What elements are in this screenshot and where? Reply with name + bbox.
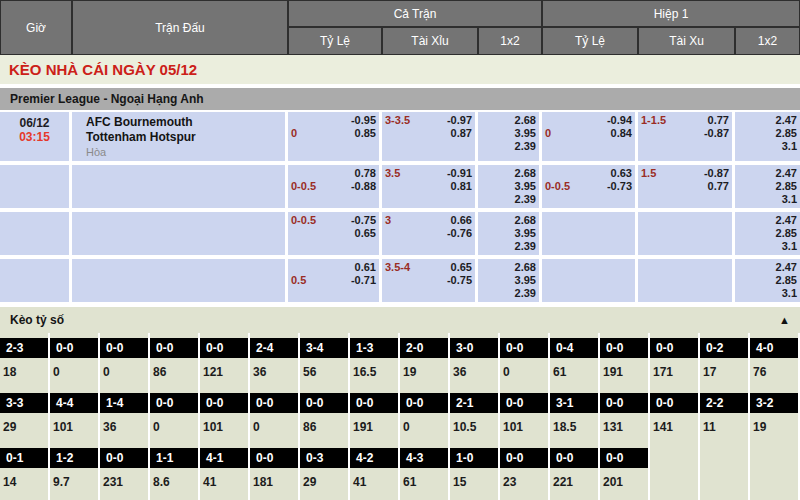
score-odd-value[interactable]: 16.5: [350, 358, 400, 388]
score-cell[interactable]: 0-0: [150, 333, 200, 358]
ft-handicap-cell[interactable]: 0.780-0.5-0.88: [288, 165, 382, 212]
h1-handicap-cell[interactable]: 0.630-0.5-0.73: [542, 165, 638, 212]
score-odd-value[interactable]: 86: [300, 413, 350, 443]
score-cell[interactable]: 0-0: [550, 443, 600, 468]
score-cell[interactable]: 1-0: [450, 443, 500, 468]
score-odd-value[interactable]: 8.6: [150, 468, 200, 498]
h1-overunder-cell[interactable]: 1.5-0.870.77: [638, 165, 735, 212]
score-odd-value[interactable]: 15: [450, 468, 500, 498]
score-cell[interactable]: 0-0: [600, 333, 650, 358]
ft-overunder-cell[interactable]: 3.5-40.65-0.75: [382, 259, 478, 306]
score-odd-value[interactable]: 101: [500, 413, 550, 443]
score-odd-value[interactable]: 36: [250, 358, 300, 388]
score-cell[interactable]: 4-2: [350, 443, 400, 468]
score-odd-value[interactable]: 141: [650, 413, 700, 443]
ft-handicap-cell[interactable]: 0-0.5-0.750.65: [288, 212, 382, 259]
score-odd-value[interactable]: 17: [700, 358, 750, 388]
ft-overunder-cell[interactable]: 3.5-0.910.81: [382, 165, 478, 212]
score-cell[interactable]: 1-1: [150, 443, 200, 468]
ft-1x2-cell[interactable]: 2.683.952.39: [478, 165, 542, 212]
score-odd-value[interactable]: 191: [350, 413, 400, 443]
score-cell[interactable]: 4-4: [50, 388, 100, 413]
score-cell[interactable]: 1-3: [350, 333, 400, 358]
score-odd-value[interactable]: 36: [100, 413, 150, 443]
score-cell[interactable]: 2-3: [0, 333, 50, 358]
h1-overunder-cell[interactable]: [638, 259, 735, 306]
score-cell[interactable]: 3-2: [750, 388, 800, 413]
score-cell[interactable]: 0-0: [600, 443, 650, 468]
score-odd-value[interactable]: 0: [400, 413, 450, 443]
ft-overunder-cell[interactable]: 3-3.5-0.970.87: [382, 112, 478, 165]
h1-1x2-cell[interactable]: 2.472.853.1: [735, 112, 800, 165]
score-odd-value[interactable]: 131: [600, 413, 650, 443]
h1-handicap-cell[interactable]: [542, 259, 638, 306]
score-odd-value[interactable]: 9.7: [50, 468, 100, 498]
score-cell[interactable]: 0-0: [100, 443, 150, 468]
score-cell[interactable]: 0-0: [600, 388, 650, 413]
collapse-triangle-icon[interactable]: ▲: [779, 314, 790, 326]
score-odd-value[interactable]: 29: [0, 413, 50, 443]
score-odd-value[interactable]: 0: [150, 413, 200, 443]
score-odd-value[interactable]: 101: [200, 413, 250, 443]
score-cell[interactable]: 1-2: [50, 443, 100, 468]
ft-1x2-cell[interactable]: 2.683.952.39: [478, 212, 542, 259]
score-odd-value[interactable]: 19: [400, 358, 450, 388]
score-cell[interactable]: 3-0: [450, 333, 500, 358]
score-cell[interactable]: 0-0: [400, 388, 450, 413]
score-cell[interactable]: 4-3: [400, 443, 450, 468]
ft-overunder-cell[interactable]: 30.66-0.76: [382, 212, 478, 259]
score-odd-value[interactable]: 171: [650, 358, 700, 388]
score-cell[interactable]: 0-2: [700, 333, 750, 358]
score-cell[interactable]: 0-0: [500, 443, 550, 468]
h1-overunder-cell[interactable]: [638, 212, 735, 259]
h1-handicap-cell[interactable]: [542, 212, 638, 259]
score-cell[interactable]: 0-0: [250, 443, 300, 468]
score-cell[interactable]: 0-1: [0, 443, 50, 468]
score-cell[interactable]: 4-1: [200, 443, 250, 468]
score-odd-value[interactable]: 191: [600, 358, 650, 388]
score-odd-value[interactable]: 61: [400, 468, 450, 498]
score-cell[interactable]: 2-0: [400, 333, 450, 358]
score-cell[interactable]: 0-0: [650, 388, 700, 413]
ft-1x2-cell[interactable]: 2.683.952.39: [478, 259, 542, 306]
score-odd-value[interactable]: 221: [550, 468, 600, 498]
score-cell[interactable]: 0-0: [650, 333, 700, 358]
score-odd-value[interactable]: 19: [750, 413, 800, 443]
score-cell[interactable]: 0-0: [350, 388, 400, 413]
h1-overunder-cell[interactable]: 1-1.50.77-0.87: [638, 112, 735, 165]
score-odd-value[interactable]: 41: [350, 468, 400, 498]
score-odd-value[interactable]: 11: [700, 413, 750, 443]
score-cell[interactable]: 0-0: [300, 388, 350, 413]
score-odd-value[interactable]: 41: [200, 468, 250, 498]
score-odd-value[interactable]: 10.5: [450, 413, 500, 443]
score-cell[interactable]: 2-4: [250, 333, 300, 358]
score-odd-value[interactable]: 231: [100, 468, 150, 498]
score-odd-value[interactable]: 14: [0, 468, 50, 498]
score-odd-value[interactable]: 0: [50, 358, 100, 388]
score-odd-value[interactable]: 0: [250, 413, 300, 443]
score-odd-value[interactable]: 101: [50, 413, 100, 443]
score-odd-value[interactable]: 18: [0, 358, 50, 388]
score-odd-value[interactable]: 23: [500, 468, 550, 498]
score-cell[interactable]: 3-4: [300, 333, 350, 358]
score-cell[interactable]: 0-0: [500, 333, 550, 358]
score-odd-value[interactable]: 0: [100, 358, 150, 388]
score-cell[interactable]: 0-0: [250, 388, 300, 413]
ft-1x2-cell[interactable]: 2.683.952.39: [478, 112, 542, 165]
ft-handicap-cell[interactable]: 0.610.5-0.71: [288, 259, 382, 306]
score-cell[interactable]: 0-0: [200, 388, 250, 413]
score-cell[interactable]: 0-4: [550, 333, 600, 358]
score-cell[interactable]: 0-0: [500, 388, 550, 413]
h1-handicap-cell[interactable]: -0.9400.84: [542, 112, 638, 165]
league-header[interactable]: Premier League - Ngoại Hạng Anh: [0, 88, 800, 110]
score-cell[interactable]: 2-2: [700, 388, 750, 413]
score-odd-value[interactable]: 76: [750, 358, 800, 388]
score-cell[interactable]: 3-3: [0, 388, 50, 413]
score-odd-value[interactable]: 181: [250, 468, 300, 498]
score-odd-value[interactable]: 56: [300, 358, 350, 388]
score-cell[interactable]: 3-1: [550, 388, 600, 413]
match-teams-cell[interactable]: AFC BournemouthTottenham HotspurHòa: [72, 112, 288, 165]
score-odd-value[interactable]: 121: [200, 358, 250, 388]
h1-1x2-cell[interactable]: 2.472.853.1: [735, 212, 800, 259]
ft-handicap-cell[interactable]: -0.9500.85: [288, 112, 382, 165]
